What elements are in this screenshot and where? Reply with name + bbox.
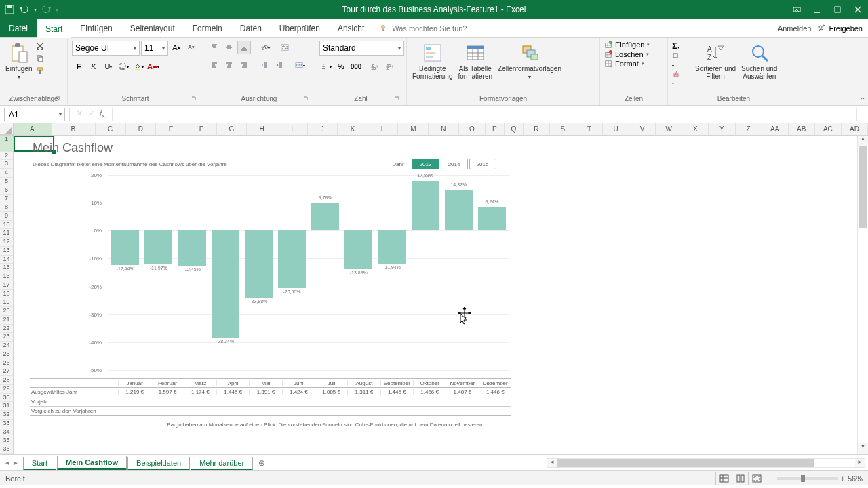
row-header[interactable]: 12 [0, 238, 13, 247]
decrease-indent-icon[interactable] [258, 58, 271, 72]
column-header[interactable]: C [96, 123, 126, 135]
tab-datei[interactable]: Datei [0, 19, 37, 37]
sheet-tab[interactable]: Beispieldaten [127, 457, 190, 470]
row-header[interactable]: 29 [0, 385, 13, 394]
name-box[interactable]: A1▾ [4, 108, 65, 121]
column-header[interactable]: S [550, 123, 576, 135]
row-header[interactable]: 11 [0, 229, 13, 238]
cell-styles-button[interactable]: Zellenformatvorlagen ▾ [496, 41, 563, 81]
sheet-nav-prev-icon[interactable]: ◄ [4, 459, 11, 466]
column-header[interactable]: I [277, 123, 308, 135]
column-header[interactable]: AB [789, 123, 815, 135]
share-button[interactable]: Freigeben [818, 24, 863, 33]
normal-view-icon[interactable] [715, 472, 732, 485]
slicer-year-button[interactable]: 2014 [441, 159, 468, 169]
column-header[interactable]: H [247, 123, 277, 135]
row-header[interactable]: 2 [0, 152, 13, 161]
column-header[interactable]: G [217, 123, 248, 135]
chart-bar[interactable] [378, 230, 406, 264]
orientation-icon[interactable]: ab▾ [258, 41, 271, 54]
decrease-decimal-icon[interactable]: ,00,0 [383, 60, 397, 73]
row-header[interactable]: 14 [0, 256, 13, 264]
dialog-launcher-icon[interactable] [302, 96, 309, 102]
collapse-ribbon-icon[interactable]: ⌃ [860, 96, 865, 104]
cancel-formula-icon[interactable]: ✕ [77, 109, 83, 119]
row-header[interactable]: 21 [0, 316, 13, 325]
row-header[interactable]: 32 [0, 411, 13, 420]
format-painter-icon[interactable] [36, 66, 44, 75]
select-all-corner[interactable] [0, 123, 14, 135]
column-header[interactable]: J [308, 123, 338, 135]
number-format-combo[interactable]: Standard▾ [319, 41, 404, 56]
tab-ansicht[interactable]: Ansicht [329, 19, 373, 37]
column-header[interactable]: X [682, 123, 709, 135]
row-header[interactable]: 6 [0, 186, 13, 195]
increase-indent-icon[interactable] [273, 58, 286, 72]
slicer-year-button[interactable]: 2013 [412, 159, 439, 169]
row-header[interactable]: 16 [0, 272, 13, 281]
row-header[interactable]: 10 [0, 221, 13, 230]
row-header[interactable]: 17 [0, 281, 13, 290]
row-header[interactable]: 4 [0, 169, 13, 178]
copy-icon[interactable] [36, 54, 44, 62]
align-right-icon[interactable] [237, 58, 251, 72]
format-cells-button[interactable]: Format▾ [604, 60, 644, 68]
column-header[interactable]: AA [762, 123, 789, 135]
row-header[interactable]: 25 [0, 350, 13, 359]
redo-icon[interactable] [41, 4, 52, 15]
column-header[interactable]: N [429, 123, 459, 135]
tell-me-box[interactable]: Was möchten Sie tun? [373, 19, 522, 37]
accounting-format-icon[interactable]: ₤▾ [319, 60, 333, 73]
shrink-font-icon[interactable]: A▾ [184, 41, 198, 54]
align-left-icon[interactable] [208, 58, 221, 72]
format-as-table-button[interactable]: Als Tabelle formatieren [456, 41, 494, 81]
formula-bar[interactable] [112, 108, 857, 121]
align-top-icon[interactable] [208, 41, 221, 54]
row-header[interactable]: 26 [0, 359, 13, 368]
merge-center-icon[interactable]: a▾ [293, 58, 307, 72]
sheet-nav-next-icon[interactable]: ► [12, 459, 19, 466]
column-headers[interactable]: ABCDEFGHIJKLMNOPQRSTUVWXYZAAABACAD [0, 123, 868, 136]
column-header[interactable]: B [52, 123, 96, 135]
font-color-icon[interactable]: A▾ [146, 60, 160, 73]
column-header[interactable]: R [524, 123, 550, 135]
cut-icon[interactable] [36, 42, 44, 50]
column-header[interactable]: V [629, 123, 656, 135]
dialog-launcher-icon[interactable] [394, 96, 401, 102]
row-header[interactable]: 18 [0, 290, 13, 299]
chart-bar[interactable] [111, 230, 139, 265]
horizontal-scrollbar[interactable]: ◄► [547, 458, 865, 468]
chart-bar[interactable] [278, 230, 306, 288]
row-header[interactable]: 22 [0, 325, 13, 333]
delete-cells-button[interactable]: × Löschen▾ [604, 50, 649, 58]
chart-bar[interactable] [412, 181, 439, 230]
row-header[interactable]: 36 [0, 445, 13, 454]
row-header[interactable]: 3 [0, 160, 13, 169]
column-header[interactable]: M [398, 123, 429, 135]
page-break-view-icon[interactable] [748, 472, 764, 485]
close-icon[interactable] [848, 0, 868, 19]
column-header[interactable]: P [486, 123, 505, 135]
row-header[interactable]: 27 [0, 367, 13, 376]
zoom-out-icon[interactable]: − [770, 474, 774, 483]
tab-start[interactable]: Start [37, 20, 71, 38]
chart-bar[interactable] [344, 230, 372, 269]
column-header[interactable]: Z [736, 123, 762, 135]
insert-cells-button[interactable]: + Einfügen▾ [604, 41, 650, 49]
column-header[interactable]: AC [815, 123, 842, 135]
fill-color-icon[interactable]: ▾ [132, 60, 145, 73]
column-header[interactable]: F [186, 123, 217, 135]
maximize-icon[interactable] [827, 0, 848, 19]
column-header[interactable]: W [656, 123, 682, 135]
column-header[interactable]: D [126, 123, 157, 135]
chart-bar[interactable] [478, 207, 506, 230]
row-header[interactable]: 34 [0, 428, 13, 437]
find-select-button[interactable]: Suchen und Auswählen [740, 41, 778, 81]
row-header[interactable]: 20 [0, 307, 13, 316]
tab-ueberpruefen[interactable]: Überprüfen [271, 19, 329, 37]
row-header[interactable]: 13 [0, 247, 13, 256]
thousands-format-icon[interactable]: 000 [349, 60, 363, 73]
save-icon[interactable] [4, 4, 15, 15]
chart-bar[interactable] [245, 230, 273, 297]
italic-icon[interactable]: K [87, 60, 100, 73]
